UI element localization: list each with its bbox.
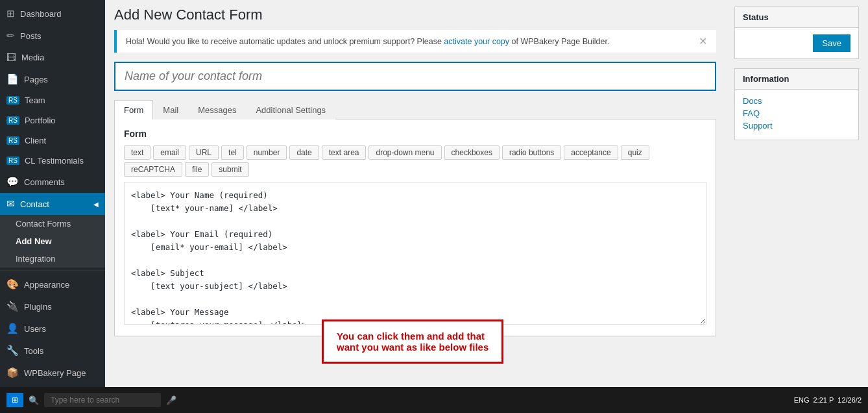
page-title: Add New Contact Form	[114, 6, 716, 23]
sidebar-item-tools[interactable]: 🔧 Tools	[0, 340, 105, 362]
tag-button-acceptance[interactable]: acceptance	[564, 145, 618, 160]
sidebar-item-pages[interactable]: 📄 Pages	[0, 68, 105, 90]
notice-bar: Hola! Would you like to receive automati…	[114, 30, 716, 53]
tag-button-text-area[interactable]: text area	[322, 145, 367, 160]
sidebar-sub-add-new[interactable]: Add New	[0, 232, 105, 250]
tag-button-checkboxes[interactable]: checkboxes	[444, 145, 500, 160]
tag-button-file[interactable]: file	[185, 162, 209, 177]
docs-link[interactable]: Docs	[743, 96, 850, 106]
sidebar-item-users[interactable]: 👤 Users	[0, 318, 105, 340]
sidebar-item-appearance[interactable]: 🎨 Appearance	[0, 273, 105, 295]
tag-button-date[interactable]: date	[289, 145, 319, 160]
testimonials-icon: RS	[6, 156, 19, 165]
taskbar-date: 12/26/2	[838, 396, 862, 404]
annotation-box: You can click them and add thatwant you …	[322, 319, 503, 364]
page-body: Add New Contact Form Hola! Would you lik…	[105, 0, 868, 387]
sidebar-item-label: Posts	[20, 31, 42, 41]
form-panel: Form textemailURLtelnumberdatetext aread…	[114, 119, 716, 336]
right-sidebar: Status Save Information Docs FAQ Support	[725, 0, 868, 387]
sidebar-item-dashboard[interactable]: ⊞ Dashboard	[0, 3, 105, 25]
main-content: Add New Contact Form Hola! Would you lik…	[105, 0, 725, 387]
users-icon: 👤	[6, 323, 19, 334]
tag-button-number[interactable]: number	[247, 145, 287, 160]
tag-button-quiz[interactable]: quiz	[621, 145, 649, 160]
form-name-input[interactable]	[114, 62, 716, 91]
sidebar-item-label: Client	[25, 136, 46, 145]
support-link[interactable]: Support	[743, 121, 850, 131]
tag-button-drop-down-menu[interactable]: drop-down menu	[368, 145, 441, 160]
sidebar-item-label: Contact	[20, 199, 49, 209]
information-metabox: Information Docs FAQ Support	[734, 68, 859, 140]
tag-button-url[interactable]: URL	[189, 145, 219, 160]
status-metabox: Status Save	[734, 6, 859, 59]
sidebar-item-comments[interactable]: 💬 Comments	[0, 171, 105, 193]
notice-link[interactable]: activate your copy	[444, 37, 509, 46]
wpbakery-icon: 📦	[6, 367, 19, 379]
appearance-icon: 🎨	[6, 279, 19, 290]
wp-sidebar: ⊞ Dashboard ✏ Posts 🎞 Media 📄 Pages RS T…	[0, 0, 105, 387]
sidebar-item-label: Tools	[24, 346, 43, 356]
status-metabox-body: Save	[735, 28, 858, 58]
sidebar-item-label: Users	[24, 324, 46, 334]
notice-close-button[interactable]: ✕	[699, 35, 707, 47]
notice-text: Hola! Would you like to receive automati…	[126, 37, 609, 46]
save-button[interactable]: Save	[813, 34, 850, 52]
microphone-icon: 🎤	[166, 395, 176, 405]
taskbar-time: 2:21 P	[813, 396, 834, 404]
client-icon: RS	[6, 136, 19, 145]
annotation-text: You can click them and add thatwant you …	[337, 331, 488, 353]
contact-icon: ✉	[6, 198, 15, 210]
sidebar-item-media[interactable]: 🎞 Media	[0, 47, 105, 68]
sidebar-item-label: Team	[25, 95, 45, 105]
sidebar-item-client[interactable]: RS Client	[0, 131, 105, 151]
tab-form[interactable]: Form	[114, 100, 153, 119]
portfolio-icon: RS	[6, 116, 19, 125]
tab-additional-settings[interactable]: Additional Settings	[246, 100, 335, 119]
dashboard-icon: ⊞	[6, 8, 15, 19]
sidebar-item-wpbakery[interactable]: 📦 WPBakery Page	[0, 362, 105, 384]
pages-icon: 📄	[6, 73, 19, 85]
taskbar-lang: ENG	[794, 396, 810, 404]
tag-button-text[interactable]: text	[124, 145, 151, 160]
sidebar-item-posts[interactable]: ✏ Posts	[0, 25, 105, 47]
form-panel-title: Form	[124, 129, 706, 139]
taskbar-right: ENG 2:21 P 12/26/2	[794, 396, 862, 404]
form-tabs: Form Mail Messages Additional Settings	[114, 100, 716, 119]
start-button[interactable]: ⊞	[6, 393, 23, 407]
sidebar-sub-integration[interactable]: Integration	[0, 250, 105, 268]
contact-submenu: Contact Forms Add New Integration	[0, 215, 105, 268]
tag-button-recaptcha[interactable]: reCAPTCHA	[124, 162, 182, 177]
information-metabox-body: Docs FAQ Support	[735, 90, 858, 140]
media-icon: 🎞	[6, 52, 16, 63]
sidebar-item-plugins[interactable]: 🔌 Plugins	[0, 295, 105, 318]
faq-link[interactable]: FAQ	[743, 108, 850, 118]
sidebar-item-cl-testimonials[interactable]: RS CL Testimonials	[0, 151, 105, 171]
plugins-icon: 🔌	[6, 301, 19, 312]
taskbar-search-input[interactable]	[44, 393, 161, 407]
posts-icon: ✏	[6, 30, 15, 42]
sidebar-item-contact[interactable]: ✉ Contact ◀	[0, 193, 105, 215]
form-code-editor[interactable]	[124, 182, 706, 325]
tab-mail[interactable]: Mail	[153, 100, 188, 119]
sidebar-item-team[interactable]: RS Team	[0, 90, 105, 110]
sidebar-item-portfolio[interactable]: RS Portfolio	[0, 110, 105, 131]
sidebar-sub-contact-forms[interactable]: Contact Forms	[0, 215, 105, 232]
sidebar-item-label: Plugins	[24, 302, 52, 312]
tag-button-radio-buttons[interactable]: radio buttons	[502, 145, 561, 160]
tag-button-tel[interactable]: tel	[221, 145, 244, 160]
tag-button-email[interactable]: email	[153, 145, 186, 160]
status-metabox-title: Status	[735, 7, 858, 28]
sidebar-item-label: Media	[21, 53, 44, 62]
information-metabox-title: Information	[735, 69, 858, 90]
sidebar-item-label: Comments	[24, 177, 65, 187]
tag-button-submit[interactable]: submit	[211, 162, 248, 177]
sidebar-item-label: Appearance	[24, 280, 69, 290]
tag-buttons-row: textemailURLtelnumberdatetext areadrop-d…	[124, 145, 706, 177]
sidebar-item-label: Portfolio	[25, 116, 56, 125]
sidebar-item-label: CL Testimonials	[25, 156, 84, 166]
sidebar-item-label: WPBakery Page	[24, 368, 86, 378]
tab-messages[interactable]: Messages	[188, 100, 246, 119]
taskbar-left: ⊞ 🔍 🎤	[6, 393, 176, 407]
taskbar: ⊞ 🔍 🎤 ENG 2:21 P 12/26/2	[0, 387, 868, 413]
sidebar-item-label: Pages	[24, 75, 48, 84]
